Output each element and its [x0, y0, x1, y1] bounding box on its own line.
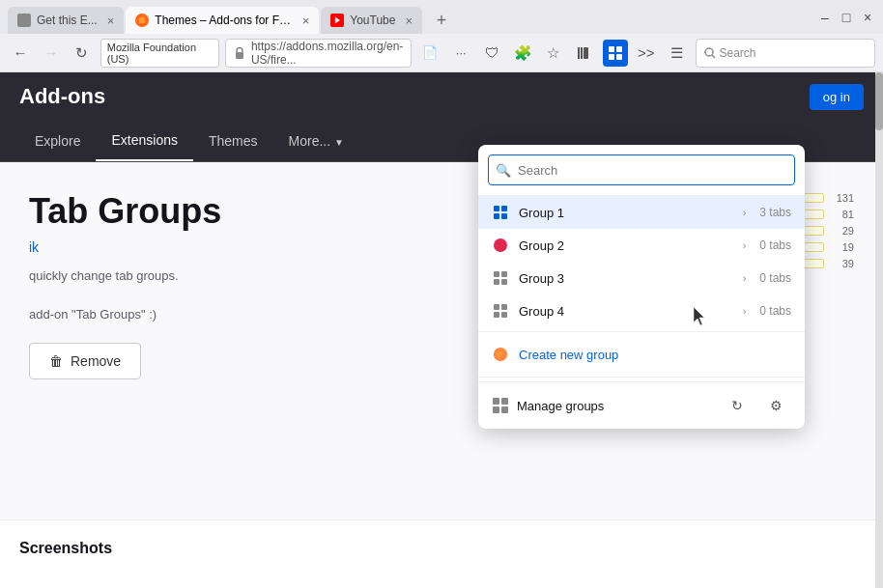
group-item-2[interactable]: Group 2 › 0 tabs [478, 229, 805, 262]
svg-rect-5 [581, 47, 583, 59]
rating-count-1: 39 [830, 258, 854, 269]
tab-bar: Get this E... × Themes – Add-ons for Fir… [8, 0, 806, 34]
shield-icon[interactable]: 🛡 [479, 40, 504, 67]
nav-extensions[interactable]: Extensions [96, 121, 192, 161]
tab-3[interactable]: YouTube × [321, 7, 422, 34]
group-1-arrow: › [743, 207, 747, 218]
back-button[interactable]: ← [8, 40, 33, 67]
tab-3-close[interactable]: × [405, 14, 413, 28]
tab-1-close[interactable]: × [107, 14, 115, 28]
group-2-name: Group 2 [519, 238, 733, 253]
nav-more[interactable]: More... ▼ [273, 122, 359, 160]
group-3-arrow: › [743, 272, 747, 284]
search-wrapper: 🔍 [488, 154, 795, 185]
tab-2-label: Themes – Add-ons for Firefox [155, 14, 292, 27]
group-2-icon [492, 237, 509, 254]
tab-2[interactable]: Themes – Add-ons for Firefox × [126, 7, 319, 34]
group-item-4[interactable]: Group 4 › 0 tabs [478, 294, 805, 327]
popup-search-input[interactable] [488, 154, 795, 185]
firefox-logo-icon [493, 347, 508, 362]
svg-point-1 [139, 17, 146, 24]
group-1-name: Group 1 [519, 206, 733, 220]
title-bar: Get this E... × Themes – Add-ons for Fir… [0, 0, 883, 34]
create-group-button[interactable]: Create new group [478, 336, 805, 373]
svg-rect-4 [578, 47, 580, 59]
maximize-button[interactable]: □ [839, 10, 854, 25]
popup-divider [478, 331, 805, 332]
create-group-icon [492, 346, 509, 363]
group-3-name: Group 3 [519, 271, 733, 286]
nav-bar: ← → ↻ Mozilla Foundation (US) https://ad… [0, 34, 883, 72]
overflow-button[interactable]: >> [634, 40, 659, 67]
bookmark-icon[interactable]: ☆ [541, 40, 566, 67]
minimize-button[interactable]: – [817, 10, 833, 25]
tab-groups-icon [609, 46, 622, 60]
extensions-icon[interactable]: 🧩 [510, 40, 535, 67]
rating-count-3: 29 [830, 225, 854, 237]
group-item-1[interactable]: Group 1 › 3 tabs [478, 196, 805, 229]
tab-3-icon [330, 14, 344, 27]
popup-footer: Manage groups ↻ ⚙ [478, 381, 805, 429]
search-icon [704, 47, 716, 59]
more-tools-icon[interactable]: ··· [448, 40, 473, 67]
library-svg [577, 45, 592, 61]
svg-marker-2 [335, 16, 340, 23]
svg-rect-3 [236, 52, 243, 59]
close-button[interactable]: × [860, 10, 875, 25]
group-1-tabs: 3 tabs [759, 206, 791, 219]
tab-groups-popup: 🔍 Group 1 › 3 tabs [478, 145, 805, 429]
tab-1-icon [17, 14, 31, 27]
group-3-icon [492, 269, 509, 287]
hamburger-button[interactable]: ☰ [665, 40, 690, 67]
screenshots-section: Screenshots [0, 519, 883, 588]
svg-rect-6 [584, 47, 588, 59]
tab-groups-button[interactable] [603, 40, 628, 67]
tab-3-label: YouTube [350, 14, 395, 27]
popup-footer-divider [478, 377, 805, 378]
group-1-icon [492, 204, 509, 221]
reload-button[interactable]: ↻ [70, 40, 95, 67]
manage-groups-icon [492, 397, 509, 414]
group-4-icon [492, 302, 509, 320]
addons-title: Add-ons [19, 84, 105, 109]
remove-button[interactable]: 🗑 Remove [29, 343, 141, 379]
svg-point-7 [705, 48, 713, 56]
reader-view-icon[interactable]: 📄 [417, 40, 442, 67]
popup-search-icon: 🔍 [496, 163, 511, 178]
browser-frame: Get this E... × Themes – Add-ons for Fir… [0, 0, 883, 588]
login-button[interactable]: og in [810, 84, 864, 110]
tab-1[interactable]: Get this E... × [8, 7, 124, 34]
scrollbar-thumb[interactable] [875, 72, 883, 130]
rating-count-5: 131 [830, 192, 854, 204]
org-badge[interactable]: Mozilla Foundation (US) [100, 39, 219, 68]
group-4-arrow: › [743, 305, 747, 317]
group-4-tabs: 0 tabs [759, 304, 791, 318]
group-item-3[interactable]: Group 3 › 0 tabs [478, 262, 805, 294]
rating-count-2: 19 [830, 241, 854, 253]
new-tab-button[interactable]: + [428, 7, 455, 34]
manage-groups-button[interactable]: Manage groups [492, 397, 714, 414]
screenshots-title: Screenshots [19, 540, 864, 557]
trash-icon: 🗑 [49, 353, 63, 369]
svg-line-8 [712, 55, 715, 58]
window-controls: – □ × [817, 10, 875, 25]
page-content: Add-ons og in Explore Extensions Themes … [0, 72, 883, 588]
settings-button[interactable]: ⚙ [760, 390, 791, 421]
nav-explore[interactable]: Explore [19, 122, 96, 160]
group-2-tabs: 0 tabs [759, 238, 791, 252]
library-icon[interactable] [572, 40, 597, 67]
tab-1-label: Get this E... [37, 14, 98, 27]
tab-2-icon [135, 14, 149, 27]
scrollbar-track [875, 72, 883, 588]
popup-search-area: 🔍 [478, 145, 805, 196]
forward-button[interactable]: → [39, 40, 64, 67]
group-2-arrow: › [743, 239, 747, 251]
browser-search-bar[interactable]: Search [696, 39, 875, 68]
address-bar[interactable]: https://addons.mozilla.org/en-US/fire... [225, 39, 412, 68]
addons-header: Add-ons og in [0, 72, 883, 121]
tab-2-close[interactable]: × [302, 14, 310, 28]
refresh-groups-button[interactable]: ↻ [722, 390, 753, 421]
rating-count-4: 81 [830, 209, 854, 220]
group-4-name: Group 4 [519, 304, 733, 319]
nav-themes[interactable]: Themes [193, 122, 273, 160]
